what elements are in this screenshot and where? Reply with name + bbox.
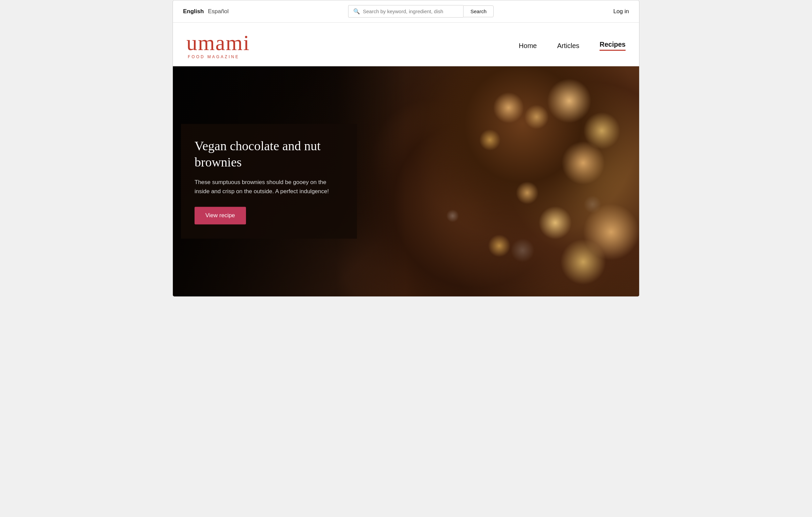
lang-english[interactable]: English <box>183 8 204 15</box>
lang-espanol[interactable]: Español <box>208 8 228 15</box>
search-icon: 🔍 <box>353 8 360 15</box>
site-logo[interactable]: umami <box>186 32 250 54</box>
nav-articles[interactable]: Articles <box>557 42 580 50</box>
search-area: 🔍 Search <box>348 5 494 18</box>
top-bar: English Español 🔍 Search Log in <box>173 0 639 23</box>
login-link[interactable]: Log in <box>613 8 629 15</box>
logo-area: umami FOOD MAGAZINE <box>186 32 250 59</box>
main-navigation: Home Articles Recipes <box>519 41 626 51</box>
view-recipe-button[interactable]: View recipe <box>195 207 246 225</box>
header-nav: umami FOOD MAGAZINE Home Articles Recipe… <box>173 23 639 66</box>
nav-home[interactable]: Home <box>519 42 537 50</box>
nav-recipes[interactable]: Recipes <box>600 41 626 51</box>
hero-description: These sumptuous brownies should be gooey… <box>195 178 341 196</box>
search-input-wrapper: 🔍 <box>348 5 463 18</box>
search-input[interactable] <box>363 8 458 14</box>
search-button[interactable]: Search <box>463 5 494 17</box>
hero-content-box: Vegan chocolate and nut brownies These s… <box>181 124 357 239</box>
logo-subtitle: FOOD MAGAZINE <box>188 54 240 59</box>
hero-section: Vegan chocolate and nut brownies These s… <box>173 66 639 296</box>
language-switcher: English Español <box>183 8 229 15</box>
page-wrapper: English Español 🔍 Search Log in umami FO… <box>173 0 639 297</box>
hero-title: Vegan chocolate and nut brownies <box>195 138 341 170</box>
